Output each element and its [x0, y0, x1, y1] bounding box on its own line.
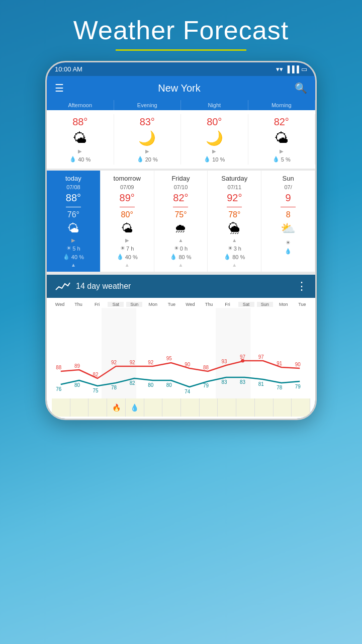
svg-text:92: 92: [111, 360, 117, 365]
svg-text:89: 89: [74, 363, 80, 369]
forecast-precip-0: 40 %: [71, 254, 84, 260]
forecast-table: today 07/08 88° 76° 🌤 ▶ ☀5 h 💧40 % ▲ tom…: [47, 171, 315, 272]
forecast-col-friday[interactable]: Friday 07/10 82° 75° 🌧 ▲ ☀0 h 💧80 % ▲: [154, 171, 208, 272]
svg-point-30: [241, 359, 244, 363]
section-14day-title: 14 day weather: [76, 282, 291, 291]
svg-text:82: 82: [130, 380, 135, 386]
bottom-icons-row: 🔥 💧: [52, 398, 310, 417]
svg-text:80: 80: [166, 382, 172, 388]
city-title: New York: [72, 83, 287, 94]
forecast-day-1: tomorrow: [114, 175, 141, 182]
bottom-icon-7: [181, 398, 200, 417]
svg-text:95: 95: [166, 356, 172, 361]
hourly-item-1[interactable]: 83° 🌙 ▶ 💧20 %: [114, 114, 182, 165]
forecast-date-3: 07/11: [228, 184, 242, 190]
day-label-9: Fri: [220, 302, 236, 307]
bottom-icon-12: [274, 398, 292, 417]
day-label-5: Mon: [145, 302, 161, 307]
hourly-temp-0: 88°: [72, 116, 87, 128]
bottom-icon-11: [255, 398, 274, 417]
svg-text:76: 76: [56, 386, 61, 392]
hourly-item-0[interactable]: 88° 🌤 ▶ 💧40 %: [47, 114, 114, 165]
bottom-icon-2: [88, 398, 107, 417]
svg-text:97: 97: [240, 354, 245, 360]
bottom-icon-3: 🔥: [107, 398, 126, 417]
forecast-precip-3: 80 %: [232, 254, 245, 260]
forecast-day-3: Saturday: [221, 175, 247, 182]
svg-text:90: 90: [185, 362, 190, 367]
status-time: 10:00 AM: [55, 65, 82, 73]
svg-text:92: 92: [148, 360, 153, 365]
section-14day: 14 day weather ⋮ Wed Thu Fri Sat Sun Mon…: [47, 275, 315, 419]
forecast-date-2: 07/10: [174, 184, 188, 190]
chart-svg: 88 89 82 92 92 92 95 90 88 93 97 97 91 9…: [52, 308, 310, 398]
hourly-precip-3: 5 %: [281, 156, 291, 163]
forecast-col-tomorrow[interactable]: tomorrow 07/09 89° 80° 🌤 ▶ ☀7 h 💧40 % ▲: [101, 171, 154, 272]
day-labels-row: Wed Thu Fri Sat Sun Mon Tue Wed Thu Fri …: [52, 302, 310, 307]
menu-button[interactable]: ☰: [55, 82, 64, 94]
svg-text:92: 92: [130, 360, 135, 365]
forecast-sun-1: 7 h: [126, 246, 134, 252]
status-icons: ▾▾ ▐▐▐ ▭: [276, 65, 307, 73]
title-underline: [116, 49, 246, 51]
battery-icon: ▭: [301, 65, 307, 73]
hourly-item-2[interactable]: 80° 🌙 ▶ 💧10 %: [181, 114, 248, 165]
day-label-4: Sun: [126, 302, 142, 307]
search-button[interactable]: 🔍: [295, 82, 307, 94]
forecast-sun-0: 5 h: [72, 246, 80, 252]
bottom-icon-10: [236, 398, 255, 417]
svg-text:80: 80: [74, 382, 80, 388]
hourly-precip-2: 10 %: [212, 156, 225, 163]
forecast-low-1: 80°: [121, 210, 133, 219]
forecast-high-3: 92°: [227, 192, 242, 204]
status-bar: 10:00 AM ▾▾ ▐▐▐ ▭: [47, 62, 315, 76]
forecast-date-0: 07/08: [66, 184, 80, 190]
svg-text:74: 74: [185, 389, 190, 394]
forecast-date-4: 07/: [284, 184, 292, 190]
svg-text:97: 97: [258, 354, 264, 360]
svg-text:91: 91: [277, 361, 282, 366]
hourly-precip-1: 20 %: [145, 156, 158, 163]
hourly-temp-2: 80°: [207, 116, 222, 128]
day-label-11: Sun: [257, 302, 273, 307]
hourly-header-row: Afternoon Evening Night Morning: [47, 100, 315, 110]
forecast-sun-3: 3 h: [234, 246, 241, 252]
hourly-header-night: Night: [181, 100, 248, 110]
forecast-wind-3: ▲: [232, 237, 237, 243]
bottom-icon-9: [218, 398, 236, 417]
page-title: Weather Forecast: [73, 15, 289, 45]
phone-frame: 10:00 AM ▾▾ ▐▐▐ ▭ ☰ New York 🔍 Afternoon…: [45, 61, 317, 420]
section-14day-header: 14 day weather ⋮: [47, 275, 315, 298]
bottom-icon-4: 💧: [126, 398, 144, 417]
forecast-low-2: 75°: [174, 210, 187, 219]
svg-text:93: 93: [221, 359, 227, 364]
forecast-col-sun[interactable]: Sun 07/ 9 8 ⛅ ☀ 💧: [261, 171, 315, 272]
hourly-temp-1: 83°: [140, 116, 155, 128]
svg-text:82: 82: [93, 372, 98, 377]
more-options-button[interactable]: ⋮: [296, 280, 307, 293]
svg-text:79: 79: [295, 384, 301, 389]
hourly-wind-1: ▶: [145, 148, 149, 154]
signal-icon: ▐▐▐: [285, 65, 299, 73]
forecast-day-4: Sun: [283, 175, 294, 182]
hourly-temp-3: 82°: [274, 116, 289, 128]
svg-text:75: 75: [93, 388, 98, 393]
forecast-sun-2: 0 h: [180, 246, 188, 252]
forecast-precip-2: 80 %: [178, 254, 191, 260]
forecast-wind-1: ▶: [125, 237, 129, 243]
hourly-item-3[interactable]: 82° 🌤 ▶ 💧5 %: [248, 114, 316, 165]
day-label-7: Wed: [182, 302, 198, 307]
forecast-col-today[interactable]: today 07/08 88° 76° 🌤 ▶ ☀5 h 💧40 % ▲: [47, 171, 101, 272]
forecast-col-saturday[interactable]: Saturday 07/11 92° 78° 🌦 ▲ ☀3 h 💧80 % ▲: [208, 171, 261, 272]
hourly-header-afternoon: Afternoon: [47, 100, 114, 110]
hourly-wind-2: ▶: [212, 148, 216, 154]
forecast-low-4: 8: [286, 210, 291, 219]
bottom-icon-1: [70, 398, 89, 417]
svg-text:78: 78: [111, 385, 117, 390]
forecast-wind-2: ▲: [178, 237, 184, 243]
day-label-8: Thu: [201, 302, 217, 307]
forecast-date-1: 07/09: [120, 184, 134, 190]
svg-text:88: 88: [56, 365, 61, 370]
day-label-1: Thu: [70, 302, 86, 307]
hourly-header-morning: Morning: [248, 100, 316, 110]
